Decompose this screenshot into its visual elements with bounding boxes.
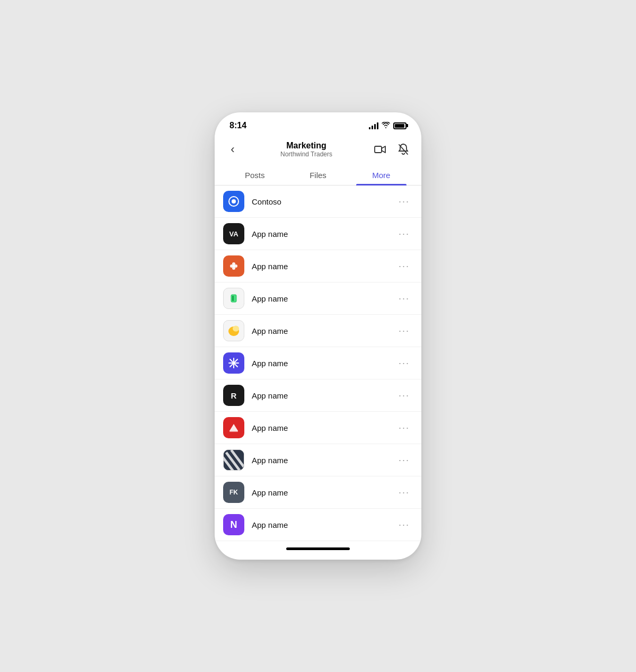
svg-point-17 xyxy=(233,362,235,364)
app-more-button[interactable]: ··· xyxy=(395,194,413,209)
app-more-button[interactable]: ··· xyxy=(395,420,413,436)
app-icon-onenote: N xyxy=(223,514,244,535)
app-icon-8 xyxy=(223,417,244,438)
svg-point-8 xyxy=(233,265,235,268)
status-bar: 8:14 xyxy=(215,112,421,136)
status-time: 8:14 xyxy=(229,121,246,130)
battery-icon xyxy=(393,122,407,129)
app-icon-5 xyxy=(223,320,244,341)
app-name-contoso: Contoso xyxy=(252,197,395,206)
list-item[interactable]: App name ··· xyxy=(215,444,421,476)
list-item[interactable]: App name ··· xyxy=(215,282,421,315)
app-name-9: App name xyxy=(252,456,395,465)
team-subtitle: Northwind Traders xyxy=(242,151,370,159)
app-more-button[interactable]: ··· xyxy=(395,291,413,306)
signal-icon xyxy=(369,122,378,129)
svg-point-3 xyxy=(232,199,236,204)
header-actions xyxy=(370,140,413,159)
mute-notifications-button[interactable] xyxy=(394,140,413,159)
list-item[interactable]: Contoso ··· xyxy=(215,185,421,218)
home-bar xyxy=(286,547,350,550)
app-name-3: App name xyxy=(252,262,395,271)
wifi-icon xyxy=(382,121,390,130)
tab-bar: Posts Files More xyxy=(215,165,421,185)
back-button[interactable]: ‹ xyxy=(223,140,242,159)
app-icon-fk: FK xyxy=(223,482,244,503)
app-more-button[interactable]: ··· xyxy=(395,388,413,403)
list-item[interactable]: App name ··· xyxy=(215,347,421,379)
bell-mute-icon xyxy=(398,144,409,155)
back-chevron-icon: ‹ xyxy=(231,144,234,155)
app-more-button[interactable]: ··· xyxy=(395,453,413,468)
app-icon-4 xyxy=(223,288,244,309)
app-name-8: App name xyxy=(252,423,395,432)
header: ‹ Marketing Northwind Traders xyxy=(215,136,421,165)
channel-title: Marketing xyxy=(242,140,370,151)
svg-rect-0 xyxy=(375,146,382,153)
list-item[interactable]: VA App name ··· xyxy=(215,218,421,250)
app-icon-6 xyxy=(223,352,244,374)
home-indicator xyxy=(215,542,421,560)
app-name-4: App name xyxy=(252,294,395,303)
list-item[interactable]: App name ··· xyxy=(215,250,421,282)
video-icon xyxy=(374,145,386,154)
app-icon-3 xyxy=(223,255,244,277)
app-more-button[interactable]: ··· xyxy=(395,356,413,371)
app-name-2: App name xyxy=(252,229,395,238)
app-name-5: App name xyxy=(252,326,395,335)
phone-frame: 8:14 ‹ xyxy=(215,112,421,560)
list-item[interactable]: App name ··· xyxy=(215,315,421,347)
app-more-button[interactable]: ··· xyxy=(395,259,413,274)
list-item[interactable]: FK App name ··· xyxy=(215,476,421,509)
app-name-6: App name xyxy=(252,359,395,368)
app-more-button[interactable]: ··· xyxy=(395,323,413,339)
status-icons xyxy=(369,121,407,130)
video-call-button[interactable] xyxy=(370,140,390,159)
app-more-button[interactable]: ··· xyxy=(395,517,413,533)
svg-rect-10 xyxy=(232,296,234,301)
app-icon-9 xyxy=(223,449,244,471)
svg-marker-18 xyxy=(229,424,238,431)
app-name-11: App name xyxy=(252,520,395,529)
app-name-10: App name xyxy=(252,488,395,497)
svg-point-12 xyxy=(233,326,239,332)
tab-posts[interactable]: Posts xyxy=(223,165,286,185)
header-title-group: Marketing Northwind Traders xyxy=(242,140,370,159)
list-item[interactable]: N App name ··· xyxy=(215,509,421,541)
app-icon-va: VA xyxy=(223,223,244,244)
app-list: Contoso ··· VA App name ··· App name ··· xyxy=(215,185,421,542)
app-icon-7: R xyxy=(223,385,244,406)
svg-rect-19 xyxy=(229,430,238,432)
list-item[interactable]: App name ··· xyxy=(215,412,421,444)
list-item[interactable]: R App name ··· xyxy=(215,379,421,412)
tab-files[interactable]: Files xyxy=(286,165,349,185)
app-more-button[interactable]: ··· xyxy=(395,226,413,242)
tab-more[interactable]: More xyxy=(350,165,413,185)
app-name-7: App name xyxy=(252,391,395,400)
app-icon-contoso xyxy=(223,191,244,212)
app-more-button[interactable]: ··· xyxy=(395,485,413,500)
